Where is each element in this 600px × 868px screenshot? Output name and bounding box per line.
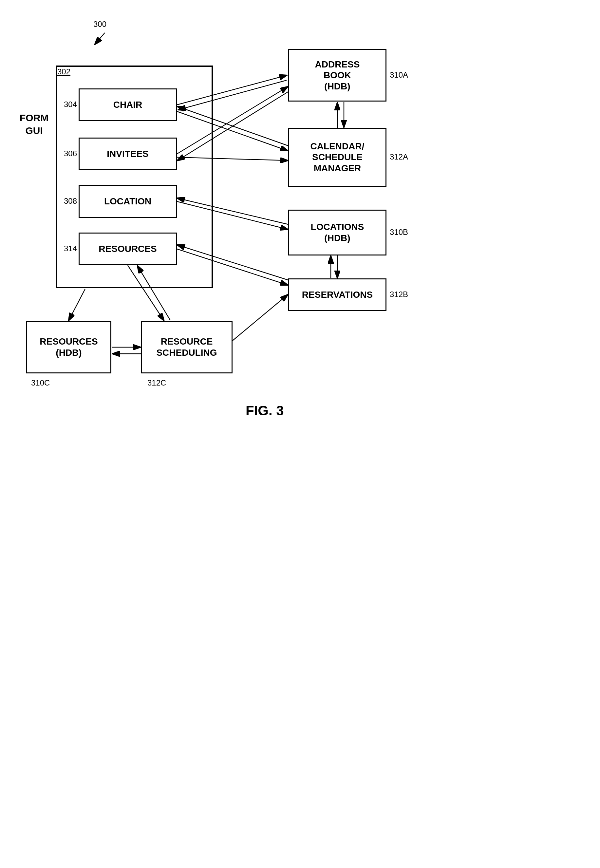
fig3-address-book-ref: 310A: [390, 70, 408, 80]
fig3-address-book-box: ADDRESS BOOK (HDB): [288, 49, 386, 101]
fig3-ref: 300: [93, 20, 106, 29]
fig3-invitees-ref: 306: [64, 149, 77, 158]
fig3-resources-field-ref: 314: [64, 244, 77, 253]
fig3-invitees-box: INVITEES: [79, 138, 177, 170]
fig3-resource-scheduling-box: RESOURCE SCHEDULING: [141, 321, 233, 373]
fig3-location-ref: 308: [64, 197, 77, 206]
fig3-resources-hdb-ref: 310C: [31, 378, 50, 388]
fig4-container: 400 FORMGUI 402 CHAIR 404 INVITEES 406 L…: [0, 442, 600, 868]
fig3-reservations-box: RESERVATIONS: [288, 279, 386, 311]
fig3-locations-ref: 310B: [390, 228, 408, 237]
svg-line-19: [69, 289, 85, 320]
svg-line-3: [95, 33, 105, 44]
fig3-calendar-ref: 312A: [390, 152, 408, 162]
fig3-form-gui-label: FORMGUI: [20, 111, 48, 137]
fig3-locations-hdb-box: LOCATIONS (HDB): [288, 210, 386, 256]
fig3-title: FIG. 3: [245, 403, 284, 419]
fig3-reservations-ref: 312B: [390, 290, 408, 299]
fig3-resources-hdb-box: RESOURCES (HDB): [26, 321, 111, 373]
svg-line-22: [233, 295, 288, 341]
fig3-chair-ref: 304: [64, 100, 77, 109]
fig3-resource-scheduling-ref: 312C: [147, 378, 166, 388]
fig3-calendar-box: CALENDAR/ SCHEDULE MANAGER: [288, 128, 386, 187]
fig3-chair-box: CHAIR: [79, 88, 177, 121]
fig3-resources-field-box: RESOURCES: [79, 233, 177, 265]
fig3-outer-box-ref: 302: [57, 67, 70, 76]
fig3-location-box: LOCATION: [79, 185, 177, 218]
fig3-container: 300 FORMGUI 302 CHAIR 304 INVITEES 306 L…: [0, 0, 600, 442]
